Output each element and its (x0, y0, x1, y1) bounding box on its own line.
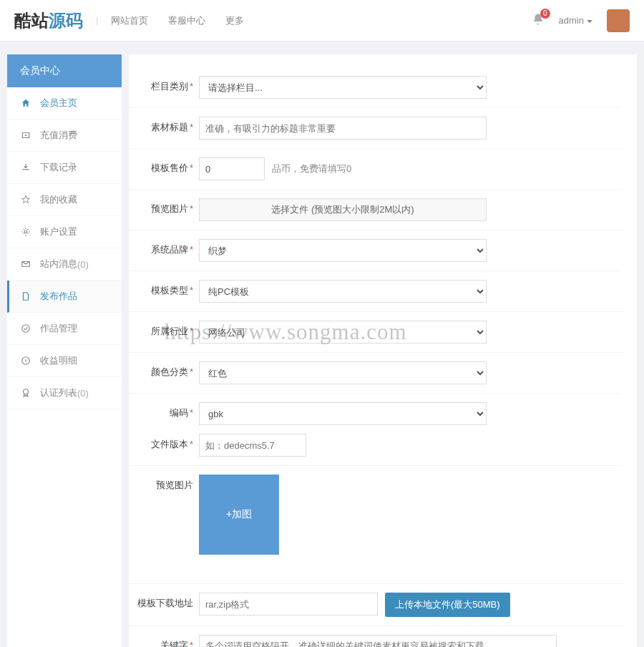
sidebar-item-label: 会员主页 (40, 97, 77, 110)
mail-icon (20, 258, 31, 270)
sidebar-item-label: 站内消息 (40, 258, 77, 271)
input-title[interactable] (199, 117, 487, 140)
label-keywords: 关键字* (129, 635, 193, 647)
sidebar-item-4[interactable]: 账户设置 (7, 216, 122, 248)
label-brand: 系统品牌* (129, 239, 193, 256)
star-icon (20, 194, 31, 205)
svg-point-5 (24, 389, 29, 394)
label-type: 模板类型* (129, 280, 193, 297)
textarea-keywords[interactable] (199, 635, 557, 647)
select-type[interactable]: 纯PC模板 (199, 280, 487, 303)
notification-bell[interactable]: 0 (532, 13, 545, 28)
svg-point-1 (24, 230, 27, 233)
caret-down-icon (587, 20, 592, 23)
sidebar-item-count: (0) (77, 388, 89, 399)
sidebar-item-2[interactable]: 下载记录 (7, 152, 122, 184)
file-icon (20, 291, 31, 302)
label-title: 素材标题* (129, 117, 193, 134)
sidebar-item-8[interactable]: ¥收益明细 (7, 345, 122, 377)
sidebar-item-label: 下载记录 (40, 161, 77, 174)
sidebar-title: 会员中心 (7, 54, 122, 87)
check-icon (20, 323, 31, 334)
sidebar-item-6[interactable]: 发布作品 (7, 281, 122, 313)
sidebar-item-1[interactable]: 充值消费 (7, 120, 122, 152)
hint-price: 品币，免费请填写0 (272, 157, 351, 180)
label-version: 文件版本* (129, 434, 193, 451)
content-panel: https://www.songma.com 栏目类别* 请选择栏目... 素材… (129, 54, 637, 647)
divider: | (96, 15, 98, 26)
svg-point-0 (25, 135, 26, 136)
avatar[interactable] (607, 9, 630, 32)
sidebar-item-count: (0) (77, 259, 89, 270)
sidebar-item-0[interactable]: 会员主页 (7, 87, 122, 120)
sidebar-item-7[interactable]: 作品管理 (7, 313, 122, 345)
select-encoding[interactable]: gbk (199, 402, 487, 425)
label-download: 模板下载地址 (129, 593, 193, 610)
sidebar-item-label: 账户设置 (40, 225, 77, 238)
user-menu[interactable]: admin (559, 15, 592, 26)
button-upload-local[interactable]: 上传本地文件(最大50MB) (385, 593, 510, 617)
label-category: 栏目类别* (129, 76, 193, 93)
label-encoding: 编码* (129, 402, 193, 419)
sidebar-item-label: 发布作品 (40, 290, 77, 303)
money-icon (20, 130, 31, 141)
sidebar-item-5[interactable]: 站内消息(0) (7, 248, 122, 281)
button-add-image[interactable]: +加图 (199, 475, 279, 555)
sidebar-item-label: 充值消费 (40, 129, 77, 142)
select-color[interactable]: 红色 (199, 361, 487, 384)
select-industry[interactable]: 网络公司 (199, 321, 487, 344)
logo[interactable]: 酷站源码 (14, 9, 83, 32)
label-color: 颜色分类* (129, 361, 193, 379)
sidebar: 会员中心 会员主页充值消费下载记录我的收藏账户设置站内消息(0)发布作品作品管理… (7, 54, 122, 647)
label-price: 模板售价* (129, 157, 193, 175)
svg-text:¥: ¥ (24, 359, 27, 363)
gear-icon (20, 226, 31, 238)
select-category[interactable]: 请选择栏目... (199, 76, 487, 99)
sidebar-item-label: 认证列表 (40, 386, 77, 399)
notif-badge: 0 (540, 9, 550, 19)
input-version[interactable] (199, 434, 306, 457)
sidebar-item-9[interactable]: 认证列表(0) (7, 377, 122, 409)
sidebar-item-3[interactable]: 我的收藏 (7, 184, 122, 216)
label-preview-file: 预览图片* (129, 198, 193, 215)
nav-home[interactable]: 网站首页 (111, 14, 148, 27)
nav-more[interactable]: 更多 (225, 14, 244, 27)
button-choose-file[interactable]: 选择文件 (预览图大小限制2M以内) (199, 198, 487, 221)
sidebar-item-label: 作品管理 (40, 322, 77, 335)
label-preview-img: 预览图片 (129, 475, 193, 492)
badge-icon (20, 387, 31, 399)
svg-point-2 (22, 325, 30, 333)
download-icon (20, 162, 31, 173)
coin-icon: ¥ (20, 355, 31, 366)
input-download-url[interactable] (199, 593, 378, 616)
input-price[interactable] (199, 157, 265, 180)
sidebar-item-label: 我的收藏 (40, 193, 77, 206)
nav-support[interactable]: 客服中心 (168, 14, 205, 27)
select-brand[interactable]: 织梦 (199, 239, 487, 262)
label-industry: 所属行业* (129, 321, 193, 338)
sidebar-item-label: 收益明细 (40, 354, 77, 367)
home-icon (20, 97, 31, 109)
